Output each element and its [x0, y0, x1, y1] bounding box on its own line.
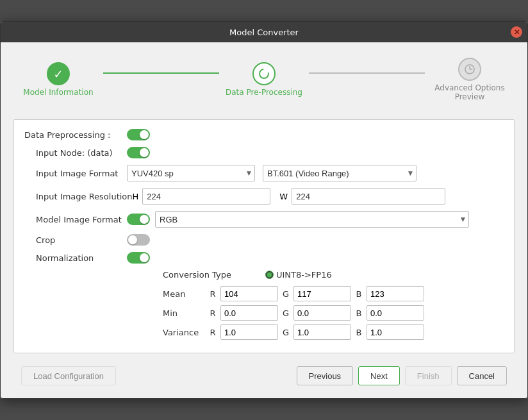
data-preprocessing-label: Data Preprocessing : — [24, 130, 127, 140]
next-button[interactable]: Next — [358, 366, 400, 385]
w-label: W — [279, 192, 288, 201]
variance-g-input[interactable] — [293, 324, 351, 340]
conversion-type-value: UINT8->FP16 — [276, 270, 332, 280]
step3-circle — [458, 58, 481, 81]
step-model-information: ✓ Model Information — [13, 62, 103, 97]
content-area: ✓ Model Information Data Pre-Processing — [1, 42, 527, 398]
min-channels: R G B — [208, 305, 424, 321]
cancel-button[interactable]: Cancel — [457, 366, 507, 385]
model-format-select[interactable]: RGB BGR YUV420 — [155, 211, 469, 228]
variance-b-input[interactable] — [367, 324, 424, 340]
input-image-resolution-row: Input Image Resolution H W — [24, 188, 504, 205]
variance-r-input[interactable] — [220, 324, 278, 340]
form-area: Data Preprocessing : Input Node: (data) — [13, 119, 515, 353]
min-g-label: G — [281, 308, 291, 318]
model-image-format-label: Model Image Format — [24, 215, 127, 224]
finish-button: Finish — [405, 366, 452, 385]
input-image-format-row: Input Image Format YUV420 sp RGB BGR YUV… — [24, 165, 504, 181]
h-label: H — [133, 192, 139, 201]
data-preprocessing-row: Data Preprocessing : — [24, 129, 504, 140]
min-g-input[interactable] — [293, 305, 351, 321]
resolution-w-input[interactable] — [292, 188, 445, 205]
svg-point-0 — [260, 69, 268, 78]
conversion-type-radio[interactable] — [265, 271, 274, 279]
step3-label: Advanced Options Preview — [425, 83, 515, 101]
min-b-input[interactable] — [367, 305, 424, 321]
resolution-h-input[interactable] — [142, 188, 270, 205]
model-format-select-wrapper: RGB BGR YUV420 — [155, 211, 469, 228]
resolution-inputs: H W — [133, 188, 446, 205]
bottom-bar: Load Configuration Previous Next Finish … — [13, 361, 515, 391]
min-label: Min — [163, 308, 208, 318]
variance-row: Variance R G B — [163, 324, 504, 340]
step-advanced-options: Advanced Options Preview — [425, 58, 515, 101]
crop-label: Crop — [24, 235, 127, 245]
mean-label: Mean — [163, 289, 208, 299]
step2-circle — [252, 62, 276, 85]
mean-g-label: G — [281, 289, 291, 299]
load-configuration-button[interactable]: Load Configuration — [21, 366, 116, 385]
step1-label: Model Information — [23, 88, 93, 97]
input-node-row: Input Node: (data) — [24, 147, 504, 158]
normalization-row: Normalization — [24, 252, 504, 264]
mean-r-input[interactable] — [220, 286, 278, 301]
model-image-format-row: Model Image Format RGB BGR YUV420 — [24, 211, 504, 228]
normalization-toggle[interactable] — [127, 252, 150, 264]
close-button[interactable]: ✕ — [511, 26, 522, 38]
min-r-label: R — [208, 308, 218, 318]
step2-label: Data Pre-Processing — [226, 88, 302, 97]
clock-icon — [464, 63, 475, 75]
input-image-resolution-label: Input Image Resolution — [24, 192, 133, 201]
variance-b-label: B — [354, 328, 364, 337]
mean-b-input[interactable] — [367, 286, 424, 301]
color-range-select[interactable]: BT.601 (Video Range) BT.601 (Full Range)… — [263, 165, 417, 181]
crop-toggle[interactable] — [127, 234, 150, 246]
step-line-1 — [103, 72, 219, 74]
stepper: ✓ Model Information Data Pre-Processing — [13, 53, 515, 106]
model-format-toggle[interactable] — [127, 214, 150, 225]
variance-g-label: G — [281, 328, 291, 337]
min-b-label: B — [354, 308, 364, 318]
mean-b-label: B — [354, 289, 364, 299]
window-title: Model Converter — [229, 28, 299, 37]
min-row: Min R G B — [163, 305, 504, 321]
conversion-type-row: Conversion Type UINT8->FP16 — [163, 270, 504, 280]
step1-circle: ✓ — [47, 62, 70, 85]
main-window: Model Converter ✕ ✓ Model Information Da… — [0, 21, 528, 399]
mean-r-label: R — [208, 289, 218, 299]
variance-label: Variance — [163, 328, 208, 337]
input-format-select-wrapper: YUV420 sp RGB BGR YUV444 — [127, 165, 255, 181]
input-node-toggle[interactable] — [127, 147, 150, 158]
min-r-input[interactable] — [220, 305, 278, 321]
title-bar: Model Converter ✕ — [1, 22, 527, 42]
step-line-2 — [309, 72, 425, 74]
variance-r-label: R — [208, 328, 218, 337]
data-preprocessing-toggle[interactable] — [127, 129, 150, 140]
mean-g-input[interactable] — [293, 286, 351, 301]
input-image-format-label: Input Image Format — [24, 169, 127, 178]
variance-channels: R G B — [208, 324, 424, 340]
crop-row: Crop — [24, 234, 504, 246]
mean-channels: R G B — [208, 286, 424, 301]
step-data-preprocessing: Data Pre-Processing — [219, 62, 309, 97]
mean-row: Mean R G B — [163, 286, 504, 301]
normalization-label: Normalization — [24, 253, 127, 263]
refresh-icon — [258, 67, 270, 80]
input-node-label: Input Node: (data) — [24, 148, 127, 158]
conversion-type-label: Conversion Type — [163, 270, 265, 280]
input-format-select[interactable]: YUV420 sp RGB BGR YUV444 — [127, 165, 255, 181]
color-range-select-wrapper: BT.601 (Video Range) BT.601 (Full Range)… — [263, 165, 417, 181]
normalization-options: Conversion Type UINT8->FP16 Mean R G B — [24, 270, 504, 340]
previous-button[interactable]: Previous — [297, 366, 354, 385]
conversion-type-radio-label[interactable]: UINT8->FP16 — [265, 270, 332, 280]
